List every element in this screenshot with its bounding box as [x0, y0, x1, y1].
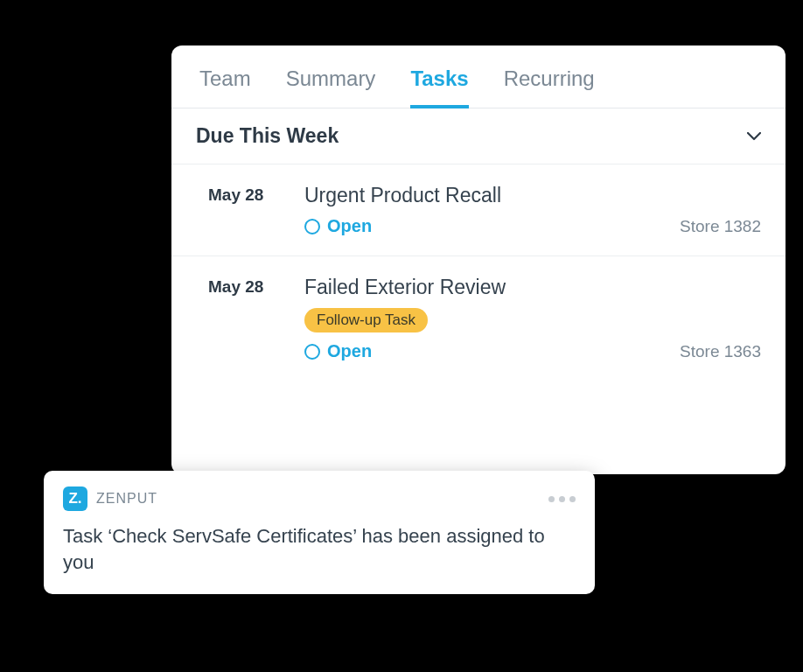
task-main: Urgent Product Recall Open — [304, 184, 680, 236]
task-main: Failed Exterior Review Follow-up Task Op… — [304, 276, 680, 361]
notification-brand: Z. ZENPUT — [63, 486, 157, 511]
app-name: ZENPUT — [96, 491, 157, 507]
task-status: Open — [304, 216, 680, 236]
tab-team[interactable]: Team — [199, 66, 251, 108]
tasks-card: Team Summary Tasks Recurring Due This We… — [171, 46, 786, 474]
status-text: Open — [327, 216, 372, 236]
tab-summary[interactable]: Summary — [286, 66, 376, 108]
status-text: Open — [327, 341, 372, 361]
section-header[interactable]: Due This Week — [171, 108, 786, 164]
task-store: Store 1382 — [680, 215, 761, 236]
task-title: Failed Exterior Review — [304, 276, 680, 299]
section-title: Due This Week — [196, 124, 339, 148]
task-date: May 28 — [208, 276, 304, 361]
task-store: Store 1363 — [680, 340, 761, 361]
task-row[interactable]: May 28 Urgent Product Recall Open Store … — [171, 164, 786, 256]
notification-header: Z. ZENPUT — [63, 486, 576, 511]
chevron-down-icon[interactable] — [747, 130, 761, 144]
app-icon: Z. — [63, 486, 87, 511]
status-circle-icon — [304, 344, 320, 360]
tabs-bar: Team Summary Tasks Recurring — [171, 46, 786, 108]
task-title: Urgent Product Recall — [304, 184, 680, 207]
task-row[interactable]: May 28 Failed Exterior Review Follow-up … — [171, 256, 786, 381]
task-status: Open — [304, 341, 680, 361]
tab-tasks[interactable]: Tasks — [410, 66, 468, 108]
task-date: May 28 — [208, 184, 304, 236]
status-circle-icon — [304, 219, 320, 234]
notification-message: Task ‘Check ServSafe Certificates’ has b… — [63, 523, 576, 575]
tab-recurring[interactable]: Recurring — [504, 66, 595, 108]
notification-card[interactable]: Z. ZENPUT Task ‘Check ServSafe Certifica… — [44, 471, 595, 594]
followup-badge: Follow-up Task — [304, 308, 428, 332]
more-icon[interactable] — [548, 496, 576, 502]
